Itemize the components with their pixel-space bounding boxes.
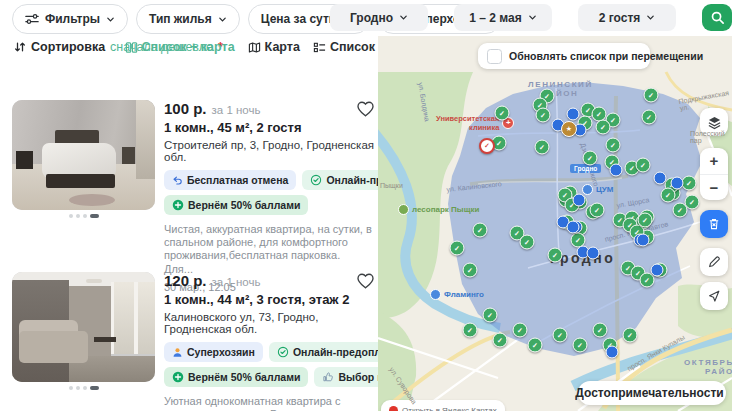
sort-arrows-icon [14,41,26,53]
map-marker[interactable] [642,110,657,125]
listing-title: 1 комн., 44 м², 3 гостя, этаж 2 [164,292,375,307]
zoom-controls: + − [700,148,728,200]
zoom-out-button[interactable]: − [700,174,728,201]
map-marker[interactable] [536,108,551,123]
map-marker[interactable] [661,188,676,203]
map-marker[interactable] [473,223,488,238]
map-canvas[interactable]: Обновлять список при перемещении + − Дос… [378,36,732,411]
listing-description: Чистая, аккуратная квартира, на сутки, в… [164,223,372,276]
search-controls: Гродно 1 – 2 мая 2 гостя [330,4,732,31]
listing-title: 1 комн., 45 м², 2 гостя [164,120,375,135]
guests-select[interactable]: 2 гостя [578,4,676,31]
map-marker[interactable] [553,328,568,343]
map-marker[interactable] [483,308,498,323]
map-marker[interactable] [573,194,586,207]
tab-list[interactable]: Список [313,40,375,54]
map-marker[interactable] [567,108,580,121]
booking-app: Фильтры Тип жилья Цена за сутки Суперхоз… [0,0,732,411]
map-marker[interactable] [513,323,528,338]
listing-card-2[interactable]: 120 р. за 1 ночь 1 комн., 44 м², 3 гостя… [12,272,375,411]
listing-price: 120 р. [164,272,207,289]
listing-2-info: 120 р. за 1 ночь 1 комн., 44 м², 3 гостя… [164,272,375,411]
map-marker[interactable] [596,120,611,135]
map-marker[interactable] [636,158,651,173]
housing-type-button[interactable]: Тип жилья [136,4,240,34]
map-marker[interactable] [637,234,650,247]
clear-area-button[interactable] [700,210,728,238]
city-select[interactable]: Гродно [330,4,428,31]
listing-2-photo[interactable] [12,272,155,411]
tab-map[interactable]: Карта [248,40,300,54]
map-marker[interactable] [654,172,667,185]
listing-1-photo-image[interactable] [12,100,155,210]
tab-list-map[interactable]: Список + карта [125,40,235,54]
layers-button[interactable] [700,108,728,136]
update-on-move-label: Обновлять список при перемещении [509,50,703,62]
housing-type-label: Тип жилья [149,12,212,26]
map-marker[interactable] [606,346,619,359]
pencil-icon [707,255,721,269]
listing-1-photo[interactable] [12,100,155,293]
map-marker[interactable] [610,164,623,177]
tab-list-label: Список [330,40,375,54]
dates-select[interactable]: 1 – 2 мая [454,4,552,31]
thumbs-up-icon [322,371,334,383]
map-marker[interactable] [587,247,600,260]
chevron-down-icon [646,13,655,22]
map-marker[interactable] [651,264,664,277]
columns-icon [125,41,138,54]
map-marker[interactable] [463,323,478,338]
map-marker[interactable] [561,121,577,137]
attractions-button[interactable]: Достопримечательности [578,381,726,405]
map-marker[interactable] [638,213,653,228]
filters-label: Фильтры [45,12,100,26]
open-in-yandex-maps-link[interactable]: Открыть в Яндекс Картах [381,400,505,411]
map-marker[interactable] [495,106,510,121]
tune-icon [25,12,39,26]
per-night-label: за 1 ночь [212,104,261,116]
map-marker[interactable] [583,151,598,166]
map-marker[interactable] [463,263,478,278]
per-night-label: за 1 ночь [212,276,261,288]
map-marker[interactable] [450,241,465,256]
locate-button[interactable] [700,282,728,310]
map-marker[interactable] [493,333,508,348]
plus-circle-icon [172,371,184,383]
draw-area-button[interactable] [700,248,728,276]
undo-arrow-icon [172,175,183,186]
city-value: Гродно [350,11,393,25]
map-marker[interactable] [548,248,563,263]
map-marker[interactable] [520,235,535,250]
shield-check-icon [310,174,322,186]
listing-address: Строителей пр, 3, Гродно, Гродненская об… [164,139,375,163]
filters-button[interactable]: Фильтры [12,4,128,34]
map-marker[interactable] [573,338,588,353]
map-marker[interactable] [644,88,659,103]
favorite-heart-icon[interactable] [356,272,375,290]
listing-card-1[interactable]: 100 р. за 1 ночь 1 комн., 45 м², 2 гостя… [12,100,375,293]
map-marker[interactable] [606,138,621,153]
attractions-label: Достопримечательности [575,386,723,400]
photo-pagination-dots [12,386,155,390]
map-marker[interactable] [673,203,688,218]
map-marker[interactable] [528,338,543,353]
cashback-badge: Вернём 50% баллами [164,195,308,215]
search-button[interactable] [702,4,732,31]
map-marker[interactable] [593,323,608,338]
chevron-down-icon [399,13,408,22]
chevron-down-icon [106,15,115,24]
listing-price: 100 р. [164,100,207,117]
map-marker[interactable] [535,140,550,155]
update-on-move-checkbox[interactable] [487,49,502,64]
superhost-icon [172,347,183,358]
map-marker[interactable] [623,328,638,343]
map-marker[interactable] [671,177,684,190]
favorite-heart-icon[interactable] [356,100,375,118]
map-marker[interactable] [682,176,697,191]
listing-2-photo-image[interactable] [12,272,155,382]
update-on-move-control: Обновлять список при перемещении [478,43,650,69]
map-marker[interactable] [479,138,495,154]
zoom-in-button[interactable]: + [700,148,728,174]
map-marker[interactable] [567,221,580,234]
map-marker[interactable] [590,203,605,218]
